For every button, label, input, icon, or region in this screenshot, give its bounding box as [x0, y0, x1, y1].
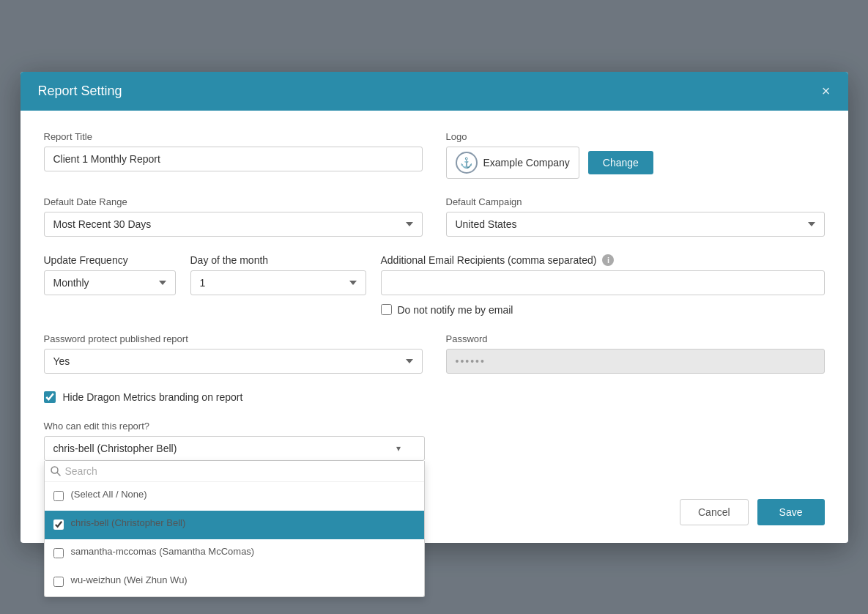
report-title-label: Report Title	[44, 131, 423, 142]
company-name: Example Company	[483, 157, 570, 169]
modal-title: Report Setting	[38, 84, 122, 99]
close-button[interactable]: ×	[822, 84, 831, 98]
change-logo-button[interactable]: Change	[588, 151, 653, 174]
title-logo-row: Report Title Logo ⚓ Example Company Chan…	[44, 131, 825, 179]
date-range-label: Default Date Range	[44, 196, 423, 207]
hide-branding-label[interactable]: Hide Dragon Metrics branding on report	[63, 391, 243, 403]
email-recipients-input[interactable]	[381, 270, 825, 295]
password-label: Password	[446, 333, 825, 344]
search-row	[45, 461, 424, 482]
samantha-label[interactable]: samantha-mccomas (Samantha McComas)	[71, 546, 255, 557]
campaign-label: Default Campaign	[446, 196, 825, 207]
email-section: Do not notify me by email	[381, 270, 825, 316]
date-campaign-row: Default Date Range Most Recent 30 Days L…	[44, 196, 825, 237]
password-protect-select[interactable]: Yes No	[44, 349, 423, 374]
logo-badge: ⚓ Example Company	[446, 147, 579, 179]
select-all-label[interactable]: (Select All / None)	[71, 489, 147, 500]
chris-bell-checkbox[interactable]	[53, 519, 64, 530]
freq-email-row: Update Frequency Monthly Weekly Daily Da…	[44, 254, 825, 316]
who-edit-label: Who can edit this report?	[44, 421, 825, 432]
anchor-icon: ⚓	[456, 152, 478, 174]
dropdown-item-samantha[interactable]: samantha-mccomas (Samantha McComas)	[45, 539, 424, 568]
date-range-select[interactable]: Most Recent 30 Days Last Month Last 7 Da…	[44, 212, 423, 237]
campaign-select[interactable]: United States Canada United Kingdom	[446, 212, 825, 237]
select-all-checkbox[interactable]	[53, 491, 64, 501]
do-not-notify-checkbox[interactable]	[381, 304, 392, 315]
who-edit-dropdown-wrapper: chris-bell (Christopher Bell) ▾	[44, 436, 425, 461]
email-recipients-label: Additional Email Recipients (comma separ…	[381, 254, 597, 266]
search-icon	[51, 466, 61, 476]
samantha-checkbox[interactable]	[53, 548, 64, 558]
cancel-button[interactable]: Cancel	[680, 499, 749, 525]
who-edit-dropdown-panel: (Select All / None) chris-bell (Christop…	[44, 461, 425, 597]
campaign-group: Default Campaign United States Canada Un…	[446, 196, 825, 237]
password-protect-label: Password protect published report	[44, 333, 423, 344]
dropdown-item-select-all[interactable]: (Select All / None)	[45, 482, 424, 511]
wu-weizhun-label[interactable]: wu-weizhun (Wei Zhun Wu)	[71, 574, 188, 585]
day-of-month-label: Day of the month	[190, 254, 366, 266]
report-setting-modal: Report Setting × Report Title Logo ⚓ Exa…	[21, 72, 848, 543]
modal-header: Report Setting ×	[21, 72, 848, 111]
email-label-row: Additional Email Recipients (comma separ…	[381, 254, 825, 266]
logo-group: Logo ⚓ Example Company Change	[446, 131, 825, 179]
password-input[interactable]	[446, 349, 825, 374]
do-not-notify-row: Do not notify me by email	[381, 304, 825, 316]
dropdown-item-chris-bell[interactable]: chris-bell (Christopher Bell)	[45, 511, 424, 539]
hide-branding-row: Hide Dragon Metrics branding on report	[44, 391, 825, 403]
chris-bell-label[interactable]: chris-bell (Christopher Bell)	[71, 517, 186, 528]
modal-overlay: Report Setting × Report Title Logo ⚓ Exa…	[0, 0, 868, 614]
date-range-group: Default Date Range Most Recent 30 Days L…	[44, 196, 423, 237]
chevron-down-icon: ▾	[396, 443, 401, 454]
search-input[interactable]	[65, 465, 418, 477]
logo-area: ⚓ Example Company Change	[446, 147, 825, 179]
email-recipients-group: Additional Email Recipients (comma separ…	[381, 254, 825, 316]
who-edit-selected-value: chris-bell (Christopher Bell)	[53, 443, 177, 454]
wu-weizhun-checkbox[interactable]	[53, 577, 64, 587]
save-button[interactable]: Save	[757, 499, 825, 525]
report-title-input[interactable]	[44, 147, 423, 171]
who-edit-dropdown[interactable]: chris-bell (Christopher Bell) ▾	[44, 436, 425, 461]
who-edit-section: Who can edit this report? chris-bell (Ch…	[44, 421, 825, 461]
do-not-notify-label[interactable]: Do not notify me by email	[398, 304, 513, 316]
svg-line-1	[57, 473, 60, 476]
hide-branding-checkbox[interactable]	[44, 391, 56, 403]
info-icon: i	[602, 254, 614, 266]
password-row: Password protect published report Yes No…	[44, 333, 825, 374]
update-frequency-group: Update Frequency Monthly Weekly Daily	[44, 254, 176, 316]
modal-body: Report Title Logo ⚓ Example Company Chan…	[21, 111, 848, 487]
password-protect-group: Password protect published report Yes No	[44, 333, 423, 374]
password-group: Password	[446, 333, 825, 374]
day-of-month-group: Day of the month 1235 1015202528	[190, 254, 366, 316]
day-of-month-select[interactable]: 1235 1015202528	[190, 270, 366, 295]
update-frequency-select[interactable]: Monthly Weekly Daily	[44, 270, 176, 295]
report-title-group: Report Title	[44, 131, 423, 179]
update-frequency-label: Update Frequency	[44, 254, 176, 266]
logo-label: Logo	[446, 131, 825, 142]
dropdown-item-wu-weizhun[interactable]: wu-weizhun (Wei Zhun Wu)	[45, 568, 424, 596]
